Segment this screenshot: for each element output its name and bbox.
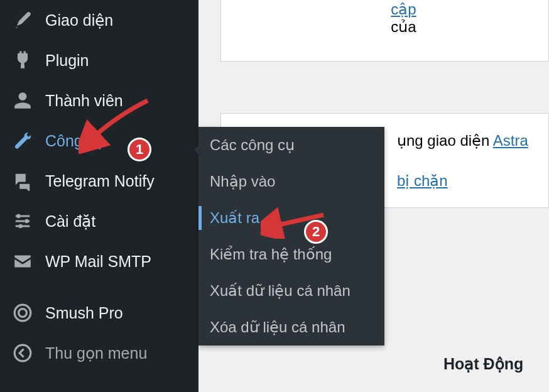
sidebar-item-plugins[interactable]: Plugin: [0, 40, 198, 80]
brush-icon: [11, 9, 34, 31]
dashboard-widget-1: cập của: [220, 0, 549, 62]
sidebar-item-settings[interactable]: Cài đặt: [0, 201, 198, 241]
tools-submenu: Các công cụ Nhập vào Xuất ra Kiểm tra hệ…: [198, 127, 384, 346]
sliders-icon: [11, 210, 34, 232]
collapse-icon: [11, 342, 34, 364]
sidebar-item-label: Telegram Notify: [45, 172, 155, 190]
sidebar-item-label: Smush Pro: [45, 304, 123, 322]
svg-point-3: [14, 305, 31, 321]
activity-heading: Hoạt Động: [443, 355, 523, 373]
chat-icon: [11, 170, 34, 192]
theme-link[interactable]: Astra: [493, 132, 528, 149]
plugin-icon: [11, 49, 34, 72]
submenu-available-tools[interactable]: Các công cụ: [198, 127, 384, 163]
theme-text: ụng giao diện: [397, 132, 493, 149]
sidebar-item-label: Cài đặt: [45, 212, 95, 231]
sidebar-item-label: Thành viên: [45, 92, 123, 110]
submenu-site-health[interactable]: Kiểm tra hệ thống: [198, 236, 384, 273]
svg-point-2: [19, 224, 23, 228]
sidebar-item-label: Công cụ: [45, 132, 105, 150]
admin-sidebar: Giao diện Plugin Thành viên Công cụ Tele…: [0, 0, 198, 392]
submenu-export[interactable]: Xuất ra: [198, 200, 384, 236]
submenu-import[interactable]: Nhập vào: [198, 163, 384, 200]
sidebar-collapse[interactable]: Thu gọn menu: [0, 333, 198, 373]
sidebar-item-wpmail[interactable]: WP Mail SMTP: [0, 241, 198, 281]
sidebar-item-label: Thu gọn menu: [45, 344, 147, 362]
blocked-link[interactable]: bị chặn: [397, 172, 448, 189]
of-text: của: [391, 18, 416, 35]
svg-point-4: [19, 309, 27, 317]
svg-point-1: [24, 219, 28, 223]
sidebar-item-label: WP Mail SMTP: [45, 253, 151, 271]
svg-point-0: [16, 214, 20, 218]
sidebar-item-smush[interactable]: Smush Pro: [0, 293, 198, 333]
sidebar-item-telegram[interactable]: Telegram Notify: [0, 161, 198, 201]
sidebar-item-users[interactable]: Thành viên: [0, 80, 198, 121]
svg-point-5: [14, 345, 31, 361]
sidebar-item-tools[interactable]: Công cụ: [0, 121, 198, 161]
submenu-export-personal[interactable]: Xuất dữ liệu cá nhân: [198, 273, 384, 309]
sidebar-item-label: Plugin: [45, 52, 89, 70]
smush-icon: [11, 302, 34, 324]
mail-icon: [11, 250, 34, 273]
wrench-icon: [11, 129, 34, 152]
update-link[interactable]: cập: [391, 1, 416, 18]
sidebar-item-appearance[interactable]: Giao diện: [0, 0, 198, 40]
submenu-erase-personal[interactable]: Xóa dữ liệu cá nhân: [198, 309, 384, 346]
user-icon: [11, 89, 34, 112]
sidebar-item-label: Giao diện: [45, 11, 113, 30]
